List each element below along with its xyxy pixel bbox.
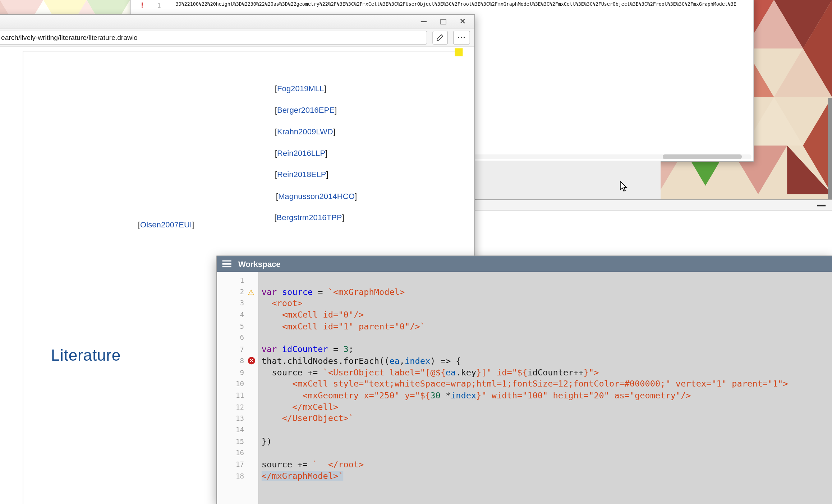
warning-marker-icon[interactable]: ⚠ — [248, 288, 254, 296]
citation-link[interactable]: [Magnusson2014HCO] — [276, 191, 357, 200]
citation-link[interactable]: [Rein2018ELP] — [275, 170, 328, 179]
gutter-line-number: 15 — [217, 436, 258, 447]
gutter-line-number: 2⚠ — [217, 286, 258, 298]
gutter-line-number: 16 — [217, 447, 258, 459]
code-line — [262, 275, 832, 286]
gutter-line-number: 18 — [217, 470, 258, 482]
code-line: </UserObject>` — [262, 413, 832, 424]
gutter-line-number: 17 — [217, 459, 258, 470]
code-line — [262, 424, 832, 436]
gutter-line-number: 13 — [217, 413, 258, 424]
gutter-line-number: 11 — [217, 390, 258, 401]
gutter-line-number: 14 — [217, 424, 258, 436]
code-line: source += ` </root> — [262, 459, 832, 470]
gutter-line-number: 6 — [217, 332, 258, 344]
code-line: <mxCell id="0"/> — [262, 309, 832, 321]
window-titlebar[interactable]: Workspace — [217, 256, 832, 272]
citation-link[interactable]: [Berger2016EPE] — [275, 106, 337, 115]
code-line: that.childNodes.forEach((ea,index) => { — [262, 355, 832, 367]
desktop-wallpaper-corner — [0, 0, 130, 14]
code-line: source += `<UserObject label="[@${ea.key… — [262, 367, 832, 378]
editor-gutter: 12⚠345678×9101112131415161718 — [217, 272, 259, 504]
vertical-scrollbar-thumb[interactable] — [828, 98, 832, 199]
gutter-line-number: 7 — [217, 344, 258, 355]
code-line — [262, 332, 832, 344]
background-panel — [475, 161, 661, 199]
error-marker-icon[interactable]: × — [248, 357, 255, 364]
hamburger-menu-icon[interactable] — [222, 260, 231, 268]
code-line: var idCounter = 3; — [262, 344, 832, 355]
background-window-titlebar — [475, 199, 832, 211]
window-title: Workspace — [238, 259, 281, 268]
code-line: <mxGeometry x="250" y="${30 *index}" wid… — [262, 390, 832, 401]
code-area[interactable]: var source = `<mxGraphModel> <root> <mxC… — [259, 272, 832, 504]
workspace-window: Workspace 12⚠345678×9101112131415161718 … — [216, 256, 832, 504]
encoded-xml-line[interactable]: 3D%22100%22%20height%3D%2230%22%20as%3D%… — [176, 1, 736, 7]
minimize-icon[interactable] — [817, 205, 826, 206]
gutter-line-number: 5 — [217, 321, 258, 332]
line-number: 1 — [157, 1, 161, 9]
code-line: }) — [262, 436, 832, 447]
gutter-line-number: 10 — [217, 378, 258, 390]
screen: ! 1 3D%22100%22%20height%3D%2230%22%20as… — [0, 0, 832, 504]
citation-link[interactable]: [Krahn2009LWD] — [275, 127, 335, 136]
citation-link[interactable]: [Fog2019MLL] — [275, 84, 326, 93]
code-line — [262, 447, 832, 459]
citation-link[interactable]: [Rein2016LLP] — [275, 148, 328, 157]
code-line: </mxGraphModel>` — [262, 470, 832, 482]
code-line: <mxCell style="text;whiteSpace=wrap;html… — [262, 378, 832, 390]
code-line: <mxCell id="1" parent="0"/>` — [262, 321, 832, 332]
citation-link[interactable]: [Bergstrm2016TPP] — [274, 213, 344, 222]
citation-link[interactable]: [Olsen2007EUI] — [138, 220, 194, 229]
gutter-line-number: 3 — [217, 298, 258, 309]
mouse-cursor — [620, 181, 628, 192]
lint-error-marker[interactable]: ! — [140, 1, 144, 9]
horizontal-scrollbar-thumb[interactable] — [663, 154, 742, 159]
gutter-line-number: 12 — [217, 401, 258, 413]
code-line: var source = `<mxGraphModel> — [262, 286, 832, 298]
code-editor[interactable]: 12⚠345678×9101112131415161718 var source… — [217, 272, 832, 504]
gutter-line-number: 1 — [217, 275, 258, 286]
gutter-line-number: 4 — [217, 309, 258, 321]
diagram-title: Literature — [51, 346, 121, 364]
code-line: <root> — [262, 298, 832, 309]
gutter-line-number: 9 — [217, 367, 258, 378]
gutter-line-number: 8× — [217, 355, 258, 367]
wallpaper-pattern — [0, 0, 130, 14]
code-line: </mxCell> — [262, 401, 832, 413]
